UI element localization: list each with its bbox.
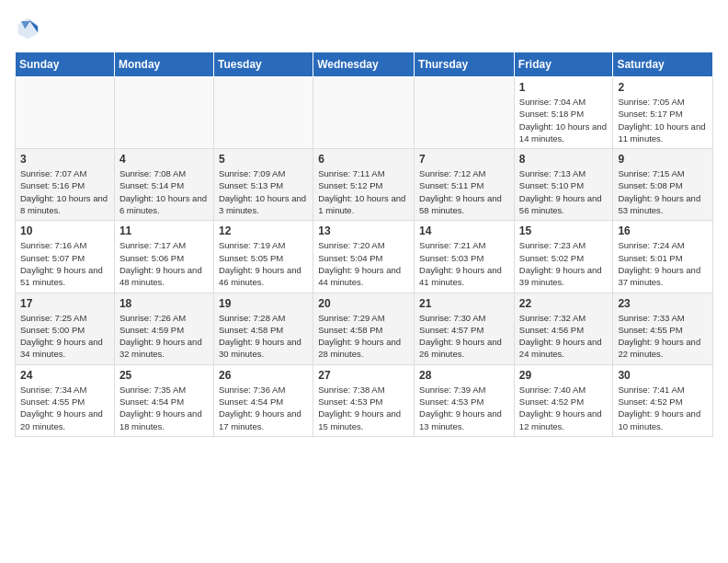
logo-icon [15, 15, 40, 40]
calendar-cell: 21Sunrise: 7:30 AM Sunset: 4:57 PM Dayli… [415, 293, 515, 364]
calendar-body: 1Sunrise: 7:04 AM Sunset: 5:18 PM Daylig… [16, 77, 713, 437]
day-info: Sunrise: 7:12 AM Sunset: 5:11 PM Dayligh… [419, 167, 509, 216]
calendar-cell: 14Sunrise: 7:21 AM Sunset: 5:03 PM Dayli… [415, 221, 515, 293]
calendar-cell: 4Sunrise: 7:08 AM Sunset: 5:14 PM Daylig… [114, 149, 213, 221]
day-number: 20 [318, 297, 409, 310]
svg-marker-0 [18, 18, 38, 40]
calendar-cell: 7Sunrise: 7:12 AM Sunset: 5:11 PM Daylig… [415, 149, 515, 221]
day-number: 29 [519, 369, 609, 382]
day-info: Sunrise: 7:09 AM Sunset: 5:13 PM Dayligh… [219, 167, 308, 216]
calendar-cell: 9Sunrise: 7:15 AM Sunset: 5:08 PM Daylig… [613, 149, 713, 221]
calendar-cell: 15Sunrise: 7:23 AM Sunset: 5:02 PM Dayli… [514, 221, 613, 293]
day-info: Sunrise: 7:29 AM Sunset: 4:58 PM Dayligh… [318, 312, 409, 361]
day-info: Sunrise: 7:20 AM Sunset: 5:04 PM Dayligh… [318, 239, 409, 288]
day-number: 25 [119, 369, 209, 382]
day-info: Sunrise: 7:30 AM Sunset: 4:57 PM Dayligh… [419, 312, 509, 361]
calendar-cell: 25Sunrise: 7:35 AM Sunset: 4:54 PM Dayli… [114, 364, 213, 436]
calendar-cell [415, 77, 515, 149]
calendar-cell: 20Sunrise: 7:29 AM Sunset: 4:58 PM Dayli… [313, 293, 415, 364]
day-number: 16 [618, 224, 708, 237]
calendar-header: SundayMondayTuesdayWednesdayThursdayFrid… [16, 52, 713, 77]
day-number: 4 [119, 153, 209, 166]
day-number: 2 [618, 81, 708, 94]
day-header-thursday: Thursday [415, 52, 515, 77]
calendar-cell: 17Sunrise: 7:25 AM Sunset: 5:00 PM Dayli… [16, 293, 115, 364]
day-number: 3 [20, 153, 109, 166]
day-header-monday: Monday [114, 52, 213, 77]
day-info: Sunrise: 7:19 AM Sunset: 5:05 PM Dayligh… [219, 239, 308, 288]
day-number: 27 [318, 369, 409, 382]
calendar-cell: 5Sunrise: 7:09 AM Sunset: 5:13 PM Daylig… [213, 149, 313, 221]
week-row: 10Sunrise: 7:16 AM Sunset: 5:07 PM Dayli… [16, 221, 713, 293]
day-info: Sunrise: 7:04 AM Sunset: 5:18 PM Dayligh… [519, 96, 609, 144]
day-info: Sunrise: 7:32 AM Sunset: 4:56 PM Dayligh… [519, 312, 609, 361]
calendar-cell: 30Sunrise: 7:41 AM Sunset: 4:52 PM Dayli… [613, 364, 713, 436]
day-number: 21 [419, 297, 509, 310]
day-info: Sunrise: 7:28 AM Sunset: 4:58 PM Dayligh… [219, 312, 308, 361]
calendar-cell: 16Sunrise: 7:24 AM Sunset: 5:01 PM Dayli… [613, 221, 713, 293]
day-info: Sunrise: 7:24 AM Sunset: 5:01 PM Dayligh… [618, 239, 708, 288]
week-row: 24Sunrise: 7:34 AM Sunset: 4:55 PM Dayli… [16, 364, 713, 436]
day-number: 17 [20, 297, 109, 310]
day-header-saturday: Saturday [613, 52, 713, 77]
day-info: Sunrise: 7:38 AM Sunset: 4:53 PM Dayligh… [318, 384, 409, 432]
header [15, 15, 713, 40]
day-header-tuesday: Tuesday [213, 52, 313, 77]
day-header-friday: Friday [514, 52, 613, 77]
day-number: 24 [20, 369, 109, 382]
day-info: Sunrise: 7:39 AM Sunset: 4:53 PM Dayligh… [419, 384, 509, 432]
day-number: 12 [219, 224, 308, 237]
calendar-cell: 2Sunrise: 7:05 AM Sunset: 5:17 PM Daylig… [613, 77, 713, 149]
day-number: 15 [519, 224, 609, 237]
calendar-cell: 27Sunrise: 7:38 AM Sunset: 4:53 PM Dayli… [313, 364, 415, 436]
day-number: 26 [219, 369, 308, 382]
day-info: Sunrise: 7:34 AM Sunset: 4:55 PM Dayligh… [20, 384, 109, 432]
day-info: Sunrise: 7:17 AM Sunset: 5:06 PM Dayligh… [119, 239, 209, 288]
calendar-cell: 11Sunrise: 7:17 AM Sunset: 5:06 PM Dayli… [114, 221, 213, 293]
day-info: Sunrise: 7:40 AM Sunset: 4:52 PM Dayligh… [519, 384, 609, 432]
day-number: 9 [618, 153, 708, 166]
calendar-cell: 1Sunrise: 7:04 AM Sunset: 5:18 PM Daylig… [514, 77, 613, 149]
week-row: 17Sunrise: 7:25 AM Sunset: 5:00 PM Dayli… [16, 293, 713, 364]
day-number: 19 [219, 297, 308, 310]
day-info: Sunrise: 7:23 AM Sunset: 5:02 PM Dayligh… [519, 239, 609, 288]
day-info: Sunrise: 7:33 AM Sunset: 4:55 PM Dayligh… [618, 312, 708, 361]
calendar-table: SundayMondayTuesdayWednesdayThursdayFrid… [15, 52, 713, 437]
header-row: SundayMondayTuesdayWednesdayThursdayFrid… [16, 52, 713, 77]
day-info: Sunrise: 7:07 AM Sunset: 5:16 PM Dayligh… [20, 167, 109, 216]
day-info: Sunrise: 7:25 AM Sunset: 5:00 PM Dayligh… [20, 312, 109, 361]
calendar-cell [114, 77, 213, 149]
day-info: Sunrise: 7:21 AM Sunset: 5:03 PM Dayligh… [419, 239, 509, 288]
day-number: 30 [618, 369, 708, 382]
day-info: Sunrise: 7:41 AM Sunset: 4:52 PM Dayligh… [618, 384, 708, 432]
day-number: 5 [219, 153, 308, 166]
logo [15, 15, 44, 40]
day-header-wednesday: Wednesday [313, 52, 415, 77]
calendar-container: SundayMondayTuesdayWednesdayThursdayFrid… [0, 0, 728, 452]
calendar-cell: 19Sunrise: 7:28 AM Sunset: 4:58 PM Dayli… [213, 293, 313, 364]
day-number: 28 [419, 369, 509, 382]
calendar-cell: 8Sunrise: 7:13 AM Sunset: 5:10 PM Daylig… [514, 149, 613, 221]
day-info: Sunrise: 7:16 AM Sunset: 5:07 PM Dayligh… [20, 239, 109, 288]
day-number: 23 [618, 297, 708, 310]
day-number: 18 [119, 297, 209, 310]
day-info: Sunrise: 7:35 AM Sunset: 4:54 PM Dayligh… [119, 384, 209, 432]
day-info: Sunrise: 7:13 AM Sunset: 5:10 PM Dayligh… [519, 167, 609, 216]
calendar-cell: 10Sunrise: 7:16 AM Sunset: 5:07 PM Dayli… [16, 221, 115, 293]
day-number: 7 [419, 153, 509, 166]
calendar-cell: 12Sunrise: 7:19 AM Sunset: 5:05 PM Dayli… [213, 221, 313, 293]
day-number: 11 [119, 224, 209, 237]
day-number: 14 [419, 224, 509, 237]
calendar-cell: 26Sunrise: 7:36 AM Sunset: 4:54 PM Dayli… [213, 364, 313, 436]
calendar-cell: 13Sunrise: 7:20 AM Sunset: 5:04 PM Dayli… [313, 221, 415, 293]
day-number: 10 [20, 224, 109, 237]
day-info: Sunrise: 7:36 AM Sunset: 4:54 PM Dayligh… [219, 384, 308, 432]
day-number: 13 [318, 224, 409, 237]
day-info: Sunrise: 7:26 AM Sunset: 4:59 PM Dayligh… [119, 312, 209, 361]
calendar-cell [313, 77, 415, 149]
day-info: Sunrise: 7:11 AM Sunset: 5:12 PM Dayligh… [318, 167, 409, 216]
calendar-cell: 6Sunrise: 7:11 AM Sunset: 5:12 PM Daylig… [313, 149, 415, 221]
day-info: Sunrise: 7:08 AM Sunset: 5:14 PM Dayligh… [119, 167, 209, 216]
week-row: 1Sunrise: 7:04 AM Sunset: 5:18 PM Daylig… [16, 77, 713, 149]
calendar-cell: 18Sunrise: 7:26 AM Sunset: 4:59 PM Dayli… [114, 293, 213, 364]
